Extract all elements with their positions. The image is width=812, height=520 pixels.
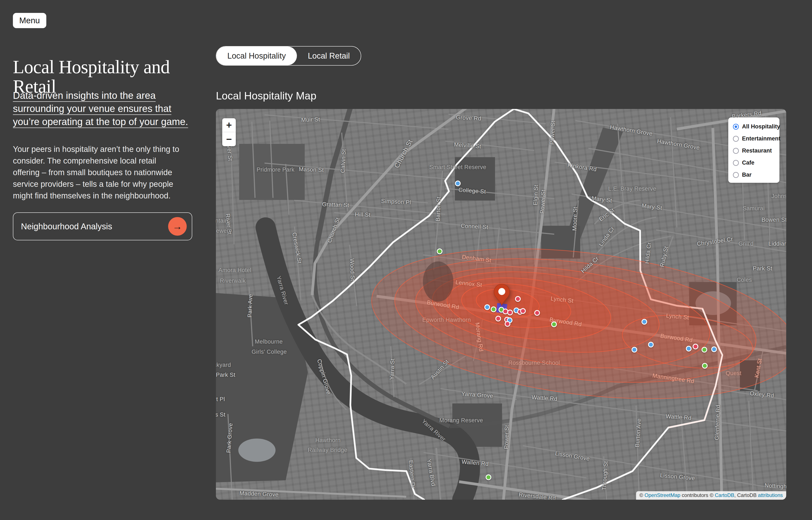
view-toggle: Local Hospitality Local Retail — [216, 46, 361, 66]
legend-option-label: Bar — [742, 172, 752, 178]
map-attribution: © OpenStreetMap contributors © CartoDB, … — [636, 491, 786, 500]
blue-venue-marker[interactable] — [711, 346, 717, 352]
legend-option-label: Cafe — [742, 159, 755, 166]
radio-icon[interactable] — [733, 160, 739, 166]
green-venue-marker[interactable] — [491, 307, 496, 312]
legend-option-entertainment[interactable]: Entertainment — [733, 135, 775, 142]
green-venue-marker[interactable] — [702, 363, 708, 369]
map-zoom-control: + − — [222, 118, 236, 146]
blue-venue-marker[interactable] — [484, 305, 490, 310]
zoom-in-button[interactable]: + — [222, 118, 236, 132]
legend-option-label: Restaurant — [742, 148, 772, 154]
radio-icon[interactable] — [733, 148, 739, 154]
green-venue-marker[interactable] — [486, 474, 491, 480]
red-venue-marker[interactable] — [515, 296, 521, 302]
red-venue-marker[interactable] — [520, 308, 526, 314]
attributions-link[interactable]: attributions — [758, 492, 783, 498]
map-marker-layer — [216, 109, 786, 500]
radio-icon[interactable] — [733, 136, 739, 142]
openstreetmap-link[interactable]: OpenStreetMap — [645, 492, 680, 498]
red-venue-marker[interactable] — [693, 344, 699, 349]
menu-button[interactable]: Menu — [13, 13, 46, 28]
map-legend: All HospitalityEntertainmentRestaurantCa… — [728, 118, 780, 183]
blue-venue-marker[interactable] — [455, 181, 461, 186]
map-heading: Local Hospitality Map — [216, 90, 316, 102]
green-venue-marker[interactable] — [702, 347, 707, 353]
red-venue-marker[interactable] — [534, 310, 540, 316]
green-venue-marker[interactable] — [437, 249, 442, 254]
neighbourhood-analysis-button[interactable]: Neighbourhood Analysis → — [13, 212, 192, 240]
blue-venue-marker[interactable] — [632, 347, 637, 353]
red-venue-marker[interactable] — [505, 321, 511, 327]
attribution-text: © — [640, 492, 645, 498]
blue-venue-marker[interactable] — [642, 319, 647, 325]
legend-option-label: All Hospitality — [742, 123, 780, 130]
cartodb-link[interactable]: CartoDB — [715, 492, 734, 498]
legend-option-bar[interactable]: Bar — [733, 172, 775, 178]
tab-local-retail[interactable]: Local Retail — [297, 47, 361, 65]
hospitality-map[interactable]: Muir StGrove RdBarkers RdHawthorn GroveH… — [216, 109, 786, 500]
intro-paragraph: Your peers in hospitality aren’t the onl… — [13, 144, 182, 202]
intro-headline: Data-driven insights into the area surro… — [13, 89, 195, 128]
legend-option-label: Entertainment — [742, 135, 781, 142]
venue-pin-icon[interactable] — [493, 284, 510, 306]
attribution-text: , CartoDB — [734, 492, 758, 498]
red-venue-marker[interactable] — [507, 310, 513, 315]
cta-label: Neighbourhood Analysis — [21, 222, 112, 231]
tab-local-hospitality[interactable]: Local Hospitality — [216, 47, 297, 65]
legend-option-all-hospitality[interactable]: All Hospitality — [733, 123, 775, 130]
radio-icon[interactable] — [733, 172, 739, 178]
arrow-right-icon: → — [172, 220, 182, 232]
blue-venue-marker[interactable] — [686, 346, 692, 352]
radio-icon[interactable] — [733, 124, 739, 130]
attribution-text: contributors © — [680, 492, 715, 498]
red-venue-marker[interactable] — [495, 316, 501, 321]
legend-option-cafe[interactable]: Cafe — [733, 159, 775, 166]
green-venue-marker[interactable] — [551, 321, 557, 327]
legend-option-restaurant[interactable]: Restaurant — [733, 148, 775, 154]
blue-venue-marker[interactable] — [648, 342, 654, 347]
arrow-circle-icon: → — [168, 217, 187, 236]
zoom-out-button[interactable]: − — [222, 132, 236, 146]
